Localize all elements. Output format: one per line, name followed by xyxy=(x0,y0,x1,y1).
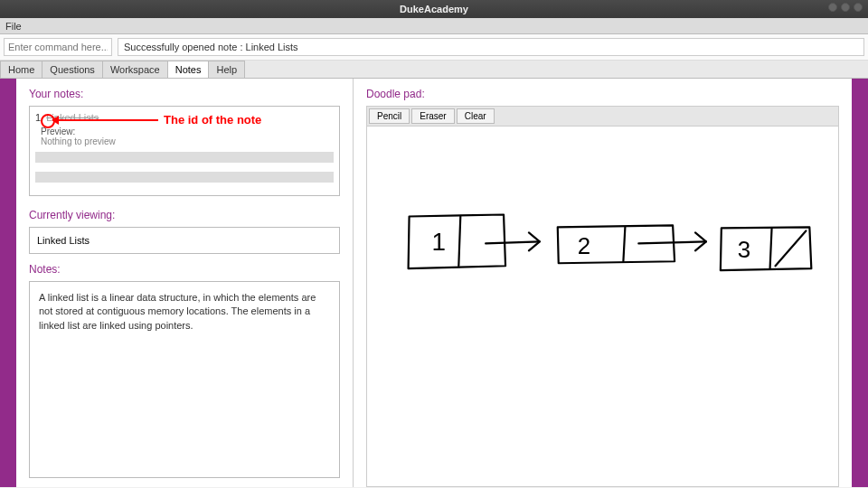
currently-viewing-box: Linked Lists xyxy=(29,227,340,254)
menu-file[interactable]: File xyxy=(5,21,22,32)
clear-button[interactable]: Clear xyxy=(457,108,495,124)
maximize-icon[interactable] xyxy=(841,3,850,12)
tab-workspace[interactable]: Workspace xyxy=(102,61,168,78)
notes-body[interactable]: A linked list is a linear data structure… xyxy=(29,281,340,478)
command-row: Successfully opened note : Linked Lists xyxy=(0,34,868,61)
svg-text:1: 1 xyxy=(431,228,446,256)
preview-label: Preview: xyxy=(35,127,334,136)
list-separator xyxy=(35,152,334,163)
notes-list: 1. Linked Lists The id of the note Previ… xyxy=(29,106,340,196)
tab-bar: Home Questions Workspace Notes Help xyxy=(0,61,868,79)
eraser-button[interactable]: Eraser xyxy=(411,108,454,124)
window-titlebar: DukeAcademy xyxy=(0,0,868,18)
status-message: Successfully opened note : Linked Lists xyxy=(118,38,864,56)
status-text: Successfully opened note : Linked Lists xyxy=(124,42,298,52)
tab-notes[interactable]: Notes xyxy=(167,61,210,78)
doodle-heading: Doodle pad: xyxy=(366,88,839,100)
work-area: Your notes: 1. Linked Lists The id of th… xyxy=(0,79,868,487)
notes-text: A linked list is a linear data structure… xyxy=(39,292,316,331)
annotation-label: The id of the note xyxy=(164,113,261,127)
close-icon[interactable] xyxy=(854,3,863,12)
svg-text:2: 2 xyxy=(578,233,590,258)
right-accent-band xyxy=(852,79,868,487)
doodle-canvas[interactable]: 1 2 3 xyxy=(366,126,839,487)
left-pane: Your notes: 1. Linked Lists The id of th… xyxy=(16,79,353,487)
notes-heading: Notes: xyxy=(29,263,340,276)
right-pane: Doodle pad: Pencil Eraser Clear 1 xyxy=(354,79,852,487)
svg-text:3: 3 xyxy=(738,237,750,262)
menubar: File xyxy=(0,18,868,34)
annotation-arrow-icon xyxy=(57,119,158,121)
tab-home[interactable]: Home xyxy=(0,61,42,78)
tab-questions[interactable]: Questions xyxy=(42,61,103,78)
currently-viewing-value: Linked Lists xyxy=(37,235,90,246)
minimize-icon[interactable] xyxy=(828,3,837,12)
doodle-drawing: 1 2 3 xyxy=(367,127,838,486)
tab-help[interactable]: Help xyxy=(208,61,245,78)
list-separator xyxy=(35,172,334,183)
command-input[interactable] xyxy=(4,38,112,56)
preview-text: Nothing to preview xyxy=(35,136,334,146)
doodle-toolbar: Pencil Eraser Clear xyxy=(366,106,839,126)
window-title: DukeAcademy xyxy=(400,4,468,14)
left-accent-band xyxy=(0,79,16,487)
pencil-button[interactable]: Pencil xyxy=(369,108,410,124)
list-item[interactable]: 1. Linked Lists The id of the note xyxy=(35,112,334,123)
currently-viewing-heading: Currently viewing: xyxy=(29,209,340,221)
your-notes-heading: Your notes: xyxy=(29,88,340,100)
window-controls xyxy=(828,3,863,12)
